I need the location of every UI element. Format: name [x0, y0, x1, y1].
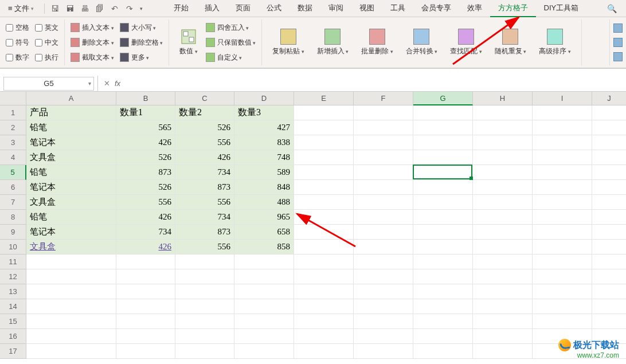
- cell[interactable]: [473, 299, 533, 314]
- cell[interactable]: [234, 314, 294, 329]
- cell[interactable]: 734: [116, 225, 175, 240]
- ribbon-item-大小写[interactable]: 大小写: [120, 21, 163, 34]
- cell[interactable]: [354, 240, 413, 255]
- tab-视图[interactable]: 视图: [351, 0, 382, 17]
- cell[interactable]: 产品: [26, 105, 116, 120]
- ribbon-item-更多[interactable]: 更多: [120, 50, 163, 64]
- cell[interactable]: [413, 269, 473, 284]
- cell[interactable]: [26, 344, 116, 359]
- cell[interactable]: [413, 150, 473, 165]
- cell[interactable]: [533, 269, 592, 284]
- chevron-down-icon[interactable]: ▾: [88, 80, 91, 87]
- cell[interactable]: [592, 225, 626, 240]
- cell[interactable]: [533, 314, 592, 329]
- search-icon[interactable]: 🔍: [601, 4, 623, 13]
- check-数字[interactable]: 数字: [6, 50, 29, 64]
- cell[interactable]: [354, 225, 413, 240]
- cell[interactable]: 笔记本: [26, 225, 116, 240]
- tab-工具[interactable]: 工具: [382, 0, 413, 17]
- fx-icon[interactable]: fx: [115, 79, 120, 88]
- cell[interactable]: 748: [234, 150, 294, 165]
- tab-会员专享[interactable]: 会员专享: [413, 0, 459, 17]
- cell[interactable]: [413, 255, 473, 269]
- cell[interactable]: [473, 240, 533, 255]
- cell[interactable]: 556: [175, 195, 234, 210]
- cell[interactable]: 427: [234, 120, 294, 135]
- print-preview-icon[interactable]: 🗐: [95, 4, 104, 13]
- cell[interactable]: [26, 329, 116, 344]
- cell[interactable]: [26, 299, 116, 314]
- cell[interactable]: [175, 255, 234, 269]
- select-all-corner[interactable]: [0, 92, 26, 105]
- row-header-4[interactable]: 4: [0, 150, 26, 165]
- cell[interactable]: [413, 344, 473, 359]
- panel-icon-3[interactable]: [613, 52, 623, 61]
- cell[interactable]: 589: [234, 165, 294, 180]
- ribbon-big-合并转换[interactable]: 合并转换: [401, 21, 443, 64]
- col-header-C[interactable]: C: [175, 92, 234, 105]
- ribbon-item-自定义[interactable]: 自定义: [206, 50, 256, 64]
- cell[interactable]: [26, 269, 116, 284]
- cell[interactable]: 526: [116, 150, 175, 165]
- cell[interactable]: 838: [234, 135, 294, 150]
- cell[interactable]: [533, 225, 592, 240]
- cell[interactable]: [354, 269, 413, 284]
- cell[interactable]: [354, 165, 413, 180]
- cell[interactable]: [592, 240, 626, 255]
- tab-插入[interactable]: 插入: [197, 0, 228, 17]
- cell[interactable]: [592, 150, 626, 165]
- cell[interactable]: 848: [234, 180, 294, 195]
- cell[interactable]: 556: [175, 135, 234, 150]
- cell[interactable]: [234, 284, 294, 299]
- cell[interactable]: [473, 180, 533, 195]
- ribbon-big-查找匹配[interactable]: 查找匹配: [445, 21, 487, 64]
- cell[interactable]: [294, 329, 354, 344]
- tab-效率[interactable]: 效率: [459, 0, 490, 17]
- cell[interactable]: [294, 135, 354, 150]
- cell[interactable]: [533, 135, 592, 150]
- tab-DIY工具箱[interactable]: DIY工具箱: [536, 0, 587, 17]
- cell[interactable]: [592, 314, 626, 329]
- cell[interactable]: [116, 284, 175, 299]
- print-icon[interactable]: 🖶: [80, 4, 89, 13]
- cell[interactable]: [294, 284, 354, 299]
- cell[interactable]: [413, 299, 473, 314]
- cell[interactable]: [116, 255, 175, 269]
- cell[interactable]: [413, 195, 473, 210]
- cell[interactable]: [473, 120, 533, 135]
- number-button[interactable]: 数值: [175, 21, 202, 64]
- cell[interactable]: [413, 120, 473, 135]
- cell[interactable]: [473, 329, 533, 344]
- cell[interactable]: [473, 165, 533, 180]
- ribbon-item-四舍五入[interactable]: 四舍五入: [206, 21, 256, 34]
- cell[interactable]: 文具盒: [26, 195, 116, 210]
- cell[interactable]: [473, 105, 533, 120]
- row-header-13[interactable]: 13: [0, 284, 26, 299]
- cell[interactable]: 658: [234, 225, 294, 240]
- ribbon-item-插入文本[interactable]: 插入文本: [71, 21, 114, 34]
- cell[interactable]: [473, 210, 533, 225]
- col-header-F[interactable]: F: [354, 92, 413, 105]
- cell[interactable]: [294, 120, 354, 135]
- cell[interactable]: [592, 210, 626, 225]
- cell[interactable]: [473, 255, 533, 269]
- checkbox[interactable]: [35, 24, 42, 32]
- cells-area[interactable]: 产品数量1数量2数量3铅笔565526427笔记本426556838文具盒526…: [26, 105, 626, 359]
- row-header-9[interactable]: 9: [0, 225, 26, 240]
- cell[interactable]: [533, 195, 592, 210]
- row-header-1[interactable]: 1: [0, 105, 26, 120]
- cell[interactable]: [294, 240, 354, 255]
- checkbox[interactable]: [6, 39, 13, 46]
- ribbon-big-高级排序[interactable]: 高级排序: [534, 21, 576, 64]
- col-header-E[interactable]: E: [294, 92, 354, 105]
- row-header-10[interactable]: 10: [0, 240, 26, 255]
- col-header-B[interactable]: B: [116, 92, 175, 105]
- check-执行[interactable]: 执行: [35, 50, 58, 64]
- cell[interactable]: [294, 210, 354, 225]
- row-header-6[interactable]: 6: [0, 180, 26, 195]
- cell[interactable]: [473, 225, 533, 240]
- cell[interactable]: [413, 225, 473, 240]
- cell[interactable]: [592, 269, 626, 284]
- cell[interactable]: [413, 135, 473, 150]
- checkbox[interactable]: [35, 54, 42, 61]
